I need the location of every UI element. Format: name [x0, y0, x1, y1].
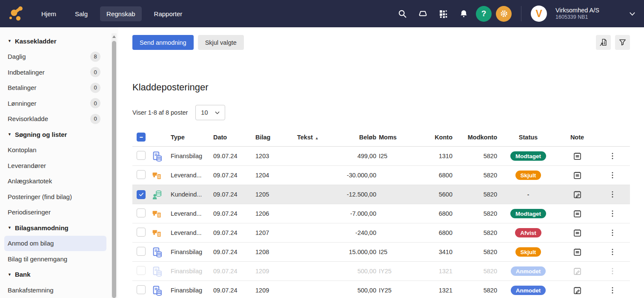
sidebar-item-betalinger[interactable]: Betalinger 0 [0, 80, 118, 96]
company-info[interactable]: Virksomhed A/S 1605339 NB1 [555, 6, 599, 21]
note-edit-icon[interactable] [572, 190, 582, 200]
scroll-up-arrow-icon[interactable] [112, 35, 116, 38]
row-menu-kebab-icon[interactable] [608, 209, 617, 218]
kladdeposteringer-table: Type Dato Bilag Tekst▲ Beløb Moms Konto … [132, 128, 630, 298]
sidebar-item-leverandorer[interactable]: Leverandører [0, 158, 118, 174]
nav-item-hjem[interactable]: Hjem [35, 6, 63, 21]
sidebar-scrollbar[interactable] [112, 33, 117, 298]
company-name: Virksomhed A/S [555, 6, 599, 14]
row-checkbox[interactable] [137, 170, 146, 179]
export-button[interactable] [596, 35, 611, 50]
sidebar-item-lonninger[interactable]: Lønninger 0 [0, 95, 118, 111]
table-row[interactable]: Finansbilag 09.07.24 1209 500,00 IY25 13… [132, 262, 630, 281]
column-header-note[interactable]: Note [559, 134, 598, 141]
sidebar-item-indbetalinger[interactable]: Indbetalinger 0 [0, 64, 118, 80]
row-checkbox[interactable] [137, 266, 146, 275]
row-checkbox[interactable] [137, 285, 146, 294]
chevron-down-icon[interactable] [628, 10, 636, 18]
bilag-cell: 1209 [255, 287, 297, 294]
dato-cell: 09.07.24 [213, 249, 255, 255]
sidebar-section-bank[interactable]: ▼ Bank [0, 267, 118, 283]
nav-item-regnskab[interactable]: Regnskab [100, 6, 142, 21]
sidebar-item-bilag-til-gennemgang[interactable]: Bilag til gennemgang [0, 251, 118, 267]
table-row[interactable]: Finansbilag 09.07.24 1208 15.000,00 I25 … [132, 243, 630, 262]
customer-payment-icon [152, 189, 163, 200]
note-edit-icon[interactable] [572, 266, 582, 276]
nav-item-rapporter[interactable]: Rapporter [148, 6, 189, 21]
sidebar-section-bilagsanmodning[interactable]: ▼ Bilagsanmodning [0, 220, 118, 236]
table-row[interactable]: Leverand... 09.07.24 1207 -240,00 6800 5… [132, 223, 630, 243]
help-button[interactable]: ? [476, 6, 492, 22]
count-badge: 0 [90, 114, 100, 124]
row-checkbox[interactable] [137, 190, 146, 199]
column-header-moms[interactable]: Moms [379, 134, 421, 141]
table-row[interactable]: Leverand... 09.07.24 1206 -7.000,00 6800… [132, 204, 630, 223]
sidebar-item-anmod-om-bilag[interactable]: Anmod om bilag [4, 236, 106, 252]
note-lines-icon[interactable] [572, 247, 582, 257]
column-header-konto[interactable]: Konto [421, 134, 455, 141]
row-menu-kebab-icon[interactable] [608, 248, 617, 256]
belob-cell: 499,00 [332, 153, 379, 159]
company-avatar[interactable]: V [531, 6, 547, 22]
table-row[interactable]: Leverand... 09.07.24 1204 -30.000,00 680… [132, 166, 630, 185]
sidebar-item-anlaegskartotek[interactable]: Anlægskartotek [0, 174, 118, 189]
konto-cell: 1310 [421, 153, 455, 159]
note-lines-icon[interactable] [572, 209, 582, 219]
notifications-bell-icon[interactable] [455, 6, 472, 22]
row-menu-kebab-icon[interactable] [608, 229, 617, 237]
search-icon[interactable] [394, 6, 410, 22]
row-menu-kebab-icon[interactable] [608, 152, 617, 160]
column-header-type[interactable]: Type [171, 134, 213, 141]
note-lines-icon[interactable] [572, 151, 582, 161]
page-size-select[interactable]: 10 [195, 105, 225, 120]
table-row[interactable]: Finansbilag 09.07.24 1209 500,00 IY25 13… [132, 281, 630, 298]
inbox-icon[interactable] [415, 6, 431, 22]
send-anmodning-button[interactable]: Send anmodning [132, 35, 194, 50]
app-logo-icon[interactable] [8, 4, 26, 23]
column-header-tekst[interactable]: Tekst▲ [297, 134, 332, 141]
sidebar-item-bankafstemning[interactable]: Bankafstemning [0, 282, 118, 298]
column-header-modkonto[interactable]: Modkonto [455, 134, 500, 141]
column-header-belob[interactable]: Beløb [332, 134, 379, 141]
row-menu-kebab-icon[interactable] [608, 171, 617, 179]
type-cell: Finansbilag [171, 287, 213, 294]
row-checkbox[interactable] [137, 151, 146, 160]
table-row[interactable]: Finansbilag 09.07.24 1203 499,00 I25 131… [132, 147, 630, 166]
row-menu-kebab-icon[interactable] [608, 190, 617, 199]
bilag-cell: 1208 [255, 249, 297, 255]
sidebar-item-posteringer[interactable]: Posteringer (find bilag) [0, 189, 118, 205]
moms-cell: IY25 [379, 268, 421, 275]
row-checkbox[interactable] [137, 247, 146, 256]
belob-cell: -7.000,00 [332, 210, 379, 217]
sidebar-item-revisorkladde[interactable]: Revisorkladde 0 [0, 111, 118, 127]
row-checkbox[interactable] [137, 228, 146, 237]
note-lines-icon[interactable] [572, 228, 582, 238]
row-menu-kebab-icon[interactable] [608, 286, 617, 295]
table-row[interactable]: Kundeind... 09.07.24 1205 -12.500,00 560… [132, 185, 630, 204]
select-all-checkbox[interactable] [137, 133, 146, 142]
modkonto-cell: 5820 [455, 287, 500, 294]
page-title: Kladdeposteringer [132, 82, 630, 93]
nav-item-salg[interactable]: Salg [69, 6, 94, 21]
pagination-text: Viser 1-8 af 8 poster [132, 109, 188, 116]
scrollbar-thumb[interactable] [112, 41, 116, 298]
belob-cell: 500,00 [332, 268, 379, 275]
settings-gear-button[interactable] [496, 6, 512, 22]
main-content: Send anmodning Skjul valgte Kladdeposter… [118, 27, 644, 298]
column-header-status[interactable]: Status [500, 134, 559, 141]
sidebar-item-kontoplan[interactable]: Kontoplan [0, 142, 118, 158]
column-header-bilag[interactable]: Bilag [255, 134, 297, 141]
column-header-dato[interactable]: Dato [213, 134, 255, 141]
note-lines-icon[interactable] [572, 171, 582, 180]
sidebar-item-periodiseringer[interactable]: Periodiseringer [0, 205, 118, 220]
sidebar-section-kassekladder[interactable]: ▼ Kassekladder [0, 33, 118, 49]
sidebar-item-daglig[interactable]: Daglig 8 [0, 49, 118, 65]
skjul-valgte-button[interactable]: Skjul valgte [198, 35, 244, 50]
row-checkbox[interactable] [137, 208, 146, 217]
bilag-cell: 1207 [255, 229, 297, 236]
filter-button[interactable] [615, 35, 630, 50]
row-menu-kebab-icon[interactable] [608, 267, 617, 275]
sidebar-section-sogning-og-lister[interactable]: ▼ Søgning og lister [0, 127, 118, 142]
apps-icon[interactable] [435, 6, 451, 22]
note-edit-icon[interactable] [572, 286, 582, 295]
